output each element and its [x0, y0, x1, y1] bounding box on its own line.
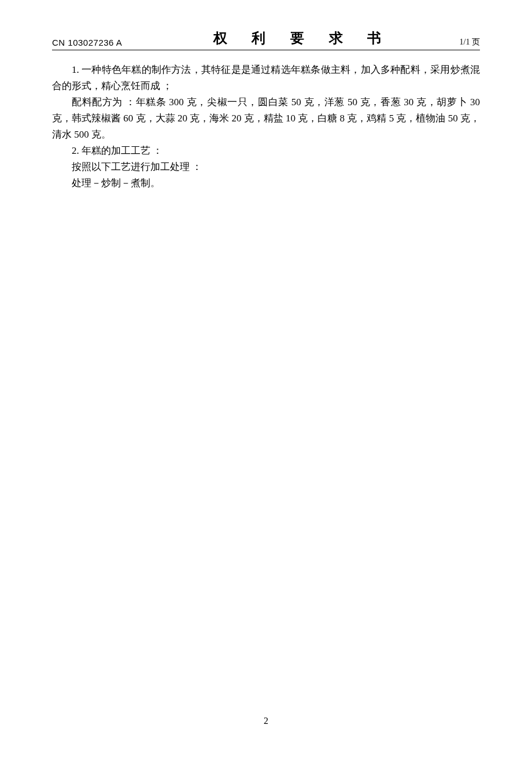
body-text: 1. 一种特色年糕的制作方法，其特征是是通过精选年糕条做主料，加入多种配料，采用…: [52, 62, 480, 191]
section-page-label: 1/1 页: [460, 37, 480, 47]
page-header: CN 103027236 A 权 利 要 求 书 1/1 页: [52, 29, 480, 50]
page-number: 2: [0, 716, 532, 726]
paragraph-2: 配料配方为 ：年糕条 300 克，尖椒一只，圆白菜 50 克，洋葱 50 克，香…: [52, 94, 480, 143]
section-title: 权 利 要 求 书: [213, 29, 392, 47]
paragraph-1: 1. 一种特色年糕的制作方法，其特征是是通过精选年糕条做主料，加入多种配料，采用…: [52, 62, 480, 94]
page-container: CN 103027236 A 权 利 要 求 书 1/1 页 1. 一种特色年糕…: [0, 0, 532, 191]
paragraph-3: 2. 年糕的加工工艺 ：: [52, 143, 480, 159]
paragraph-5: 处理－炒制－煮制。: [52, 175, 480, 191]
document-id: CN 103027236 A: [52, 38, 122, 47]
paragraph-4: 按照以下工艺进行加工处理 ：: [52, 159, 480, 175]
